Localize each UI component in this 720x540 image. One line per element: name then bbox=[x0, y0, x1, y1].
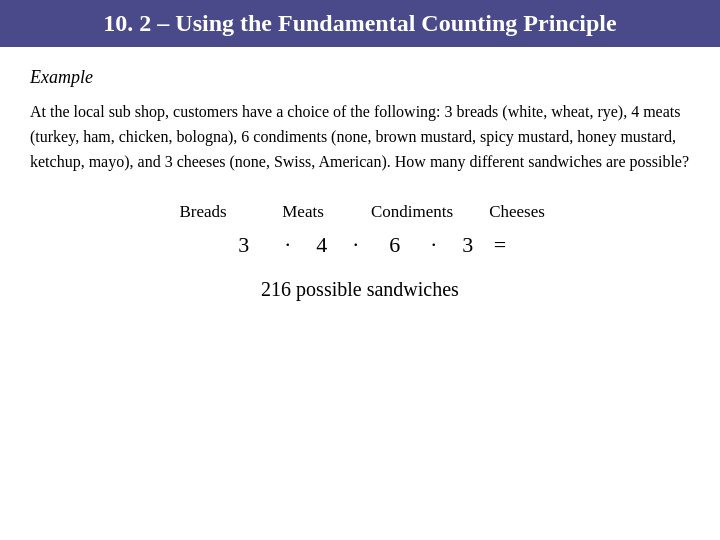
equals-sign: = bbox=[494, 232, 506, 258]
page: 10. 2 – Using the Fundamental Counting P… bbox=[0, 0, 720, 540]
cheeses-value: 3 bbox=[448, 232, 488, 258]
content-area: Example At the local sub shop, customers… bbox=[0, 47, 720, 540]
dot-1: · bbox=[274, 232, 302, 258]
dot-3: · bbox=[420, 232, 448, 258]
condiments-label: Condiments bbox=[357, 202, 467, 222]
condiments-value: 6 bbox=[370, 232, 420, 258]
breads-label: Breads bbox=[163, 202, 243, 222]
problem-text: At the local sub shop, customers have a … bbox=[30, 100, 690, 174]
header-text: 10. 2 – Using the Fundamental Counting P… bbox=[103, 10, 616, 36]
numbers-row: 3 · 4 · 6 · 3 = bbox=[214, 232, 506, 258]
cheeses-label: Cheeses bbox=[477, 202, 557, 222]
page-title: 10. 2 – Using the Fundamental Counting P… bbox=[0, 0, 720, 47]
example-label: Example bbox=[30, 67, 690, 88]
dot-2: · bbox=[342, 232, 370, 258]
meats-value: 4 bbox=[302, 232, 342, 258]
result-text: 216 possible sandwiches bbox=[261, 278, 459, 301]
breads-value: 3 bbox=[214, 232, 274, 258]
equation-section: Breads Meats Condiments Cheeses 3 · 4 · … bbox=[30, 202, 690, 301]
meats-label: Meats bbox=[263, 202, 343, 222]
labels-row: Breads Meats Condiments Cheeses bbox=[163, 202, 557, 222]
